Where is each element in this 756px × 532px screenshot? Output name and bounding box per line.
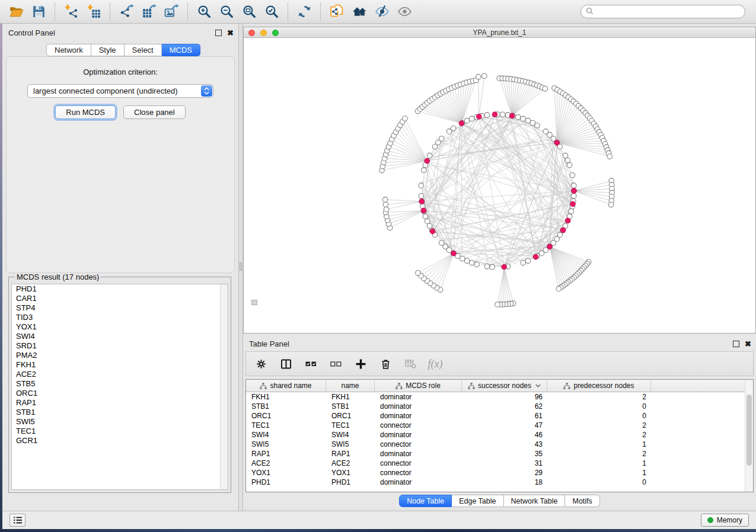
cell-predecessor-nodes[interactable]: 2 — [547, 449, 651, 459]
cell-MCDS-role[interactable]: dominator — [375, 402, 462, 411]
cell-shared-name[interactable]: RAP1 — [246, 449, 326, 459]
result-node-item[interactable]: STP4 — [12, 303, 228, 313]
cell-name[interactable]: STB1 — [326, 402, 375, 411]
table-row[interactable]: RAP1RAP1dominator352 — [246, 449, 753, 459]
result-node-item[interactable]: TID3 — [12, 313, 228, 322]
cell-shared-name[interactable]: ORC1 — [246, 411, 326, 421]
close-panel-button[interactable]: Close panel — [123, 105, 186, 119]
cell-successor-nodes[interactable]: 62 — [462, 402, 547, 411]
float-panel-icon[interactable] — [215, 30, 222, 36]
columns-icon[interactable] — [278, 356, 294, 371]
result-node-item[interactable]: YOX1 — [12, 322, 228, 332]
cell-successor-nodes[interactable]: 46 — [462, 430, 547, 440]
result-node-item[interactable]: PMA2 — [12, 351, 228, 360]
cell-shared-name[interactable]: TEC1 — [246, 421, 326, 430]
cell-MCDS-role[interactable]: connector — [375, 459, 462, 468]
checked-boxes-icon[interactable] — [303, 356, 318, 371]
cell-shared-name[interactable]: YOX1 — [246, 468, 326, 477]
tab-network-table[interactable]: Network Table — [504, 495, 566, 507]
tab-edge-table[interactable]: Edge Table — [452, 495, 503, 507]
column-header-shared-name[interactable]: shared name — [246, 380, 326, 392]
cell-MCDS-role[interactable]: connector — [375, 440, 462, 449]
window-close-icon[interactable] — [248, 30, 255, 36]
cell-shared-name[interactable]: STB1 — [246, 402, 326, 411]
cell-successor-nodes[interactable]: 61 — [462, 411, 547, 421]
column-header-MCDS-role[interactable]: MCDS role — [375, 380, 462, 392]
criterion-dropdown[interactable]: largest connected component (undirected) — [27, 84, 213, 98]
cell-name[interactable]: YOX1 — [326, 468, 375, 477]
splitter-grip[interactable] — [240, 262, 242, 271]
result-node-item[interactable]: STB1 — [12, 408, 228, 417]
cell-shared-name[interactable]: SWI5 — [246, 440, 326, 449]
cell-name[interactable]: TEC1 — [326, 421, 375, 430]
open-folder-icon[interactable] — [5, 2, 27, 22]
window-zoom-icon[interactable] — [272, 30, 279, 36]
cell-successor-nodes[interactable]: 29 — [462, 468, 547, 477]
eye-slash-icon[interactable] — [371, 2, 393, 22]
zoom-out-icon[interactable] — [215, 2, 238, 22]
export-table-icon[interactable] — [138, 2, 160, 22]
cell-shared-name[interactable]: ACE2 — [246, 459, 326, 468]
cell-MCDS-role[interactable]: dominator — [375, 430, 462, 440]
result-node-item[interactable]: SRD1 — [12, 341, 228, 351]
tab-style[interactable]: Style — [91, 44, 125, 56]
table-float-icon[interactable] — [733, 341, 739, 347]
cell-name[interactable]: SWI5 — [326, 440, 375, 449]
tab-select[interactable]: Select — [125, 44, 162, 56]
table-row[interactable]: STB1STB1dominator620 — [246, 402, 753, 411]
export-network-icon[interactable] — [115, 2, 138, 22]
result-node-item[interactable]: GCR1 — [12, 436, 228, 446]
gear-icon[interactable] — [253, 356, 269, 371]
cell-MCDS-role[interactable]: dominator — [375, 449, 462, 459]
network-resize-grip[interactable] — [251, 300, 257, 305]
tab-mcds[interactable]: MCDS — [162, 44, 200, 56]
import-table-icon[interactable] — [82, 2, 105, 22]
table-row[interactable]: SWI5SWI5connector431 — [246, 440, 753, 449]
result-node-item[interactable]: RAP1 — [12, 398, 228, 408]
cell-MCDS-role[interactable]: connector — [375, 421, 462, 430]
cell-name[interactable]: ACE2 — [326, 459, 375, 468]
column-header-predecessor-nodes[interactable]: predecessor nodes — [547, 380, 651, 392]
result-node-item[interactable]: TEC1 — [12, 427, 228, 436]
result-node-item[interactable]: SWI4 — [12, 332, 228, 341]
table-row[interactable]: TEC1TEC1connector472 — [246, 421, 753, 430]
result-node-item[interactable]: SWI5 — [12, 417, 228, 427]
cell-predecessor-nodes[interactable]: 0 — [547, 411, 651, 421]
cell-predecessor-nodes[interactable]: 1 — [547, 440, 651, 449]
houses-icon[interactable] — [348, 2, 371, 22]
run-mcds-button[interactable]: Run MCDS — [55, 105, 116, 119]
close-panel-icon[interactable]: ✖ — [227, 30, 234, 36]
cell-name[interactable]: RAP1 — [326, 449, 375, 459]
cell-name[interactable]: SWI4 — [326, 430, 375, 440]
cell-successor-nodes[interactable]: 31 — [462, 459, 547, 468]
table-row[interactable]: ACE2ACE2connector311 — [246, 459, 753, 468]
trash-icon[interactable] — [378, 356, 393, 371]
result-node-item[interactable]: ACE2 — [12, 370, 228, 379]
cell-MCDS-role[interactable]: dominator — [375, 477, 462, 487]
cell-successor-nodes[interactable]: 35 — [462, 449, 547, 459]
refresh-icon[interactable] — [293, 2, 315, 22]
result-list-scrollbar[interactable] — [220, 284, 228, 489]
result-node-item[interactable]: CAR1 — [12, 294, 228, 303]
cell-predecessor-nodes[interactable]: 0 — [547, 477, 651, 487]
cell-successor-nodes[interactable]: 47 — [462, 421, 547, 430]
cell-shared-name[interactable]: PHD1 — [246, 477, 326, 487]
table-close-icon[interactable]: ✖ — [745, 341, 751, 347]
table-row[interactable]: YOX1YOX1connector291 — [246, 468, 753, 477]
cell-successor-nodes[interactable]: 96 — [462, 392, 547, 402]
tab-node-table[interactable]: Node Table — [399, 495, 452, 507]
save-floppy-icon[interactable] — [27, 2, 50, 22]
cell-predecessor-nodes[interactable]: 2 — [547, 430, 651, 440]
result-node-item[interactable]: PHD1 — [12, 284, 228, 294]
cell-name[interactable]: PHD1 — [326, 477, 375, 487]
tab-motifs[interactable]: Motifs — [565, 495, 599, 507]
table-row[interactable]: FKH1FKH1dominator962 — [246, 392, 753, 402]
export-image-icon[interactable] — [160, 2, 183, 22]
cell-MCDS-role[interactable]: dominator — [375, 392, 462, 402]
cell-MCDS-role[interactable]: dominator — [375, 411, 462, 421]
tab-network[interactable]: Network — [46, 44, 91, 56]
table-row[interactable]: SWI4SWI4dominator462 — [246, 430, 753, 440]
eye-icon[interactable] — [393, 2, 416, 22]
zoom-check-icon[interactable] — [260, 2, 283, 22]
cell-predecessor-nodes[interactable]: 1 — [547, 468, 651, 477]
